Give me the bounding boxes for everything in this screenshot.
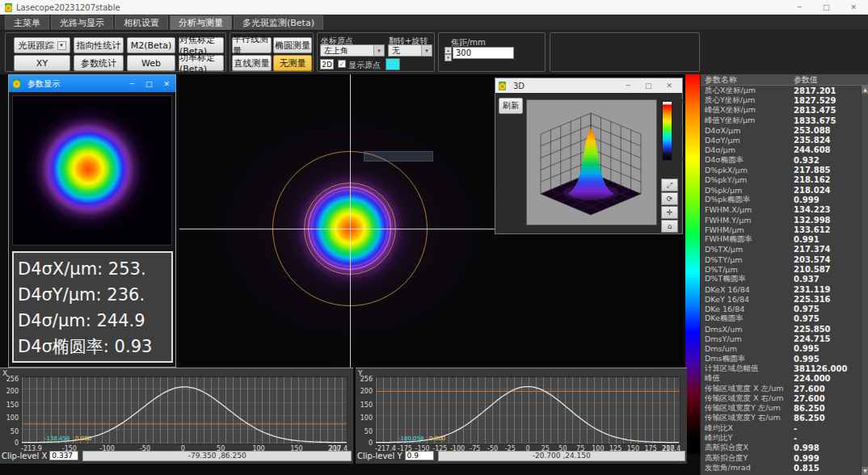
param-name: 质心X坐标/μm	[701, 86, 794, 96]
param-name: 峰值X坐标/μm	[701, 105, 794, 116]
y-tick-label: 100	[360, 414, 373, 422]
param-row[interactable]: 传输区域宽度Y 右/um86.250	[701, 414, 861, 423]
focal-length-input[interactable]	[453, 47, 514, 59]
origin-color-swatch[interactable]	[386, 58, 400, 70]
param-row[interactable]: D4σ椭圆率0.932	[701, 155, 861, 165]
param-row[interactable]: D%T/μm210.587	[701, 264, 861, 274]
param-row[interactable]: 质心Y坐标/μm1827.529	[701, 95, 861, 105]
minimize-button[interactable]: ─	[130, 80, 134, 88]
profile-plot-y[interactable]: -180.058 0.000	[375, 376, 680, 444]
chevron-down-icon[interactable]: ▾	[421, 45, 432, 56]
clip-level-y-label: Clip-level Y	[357, 452, 402, 460]
param-row[interactable]: FWHM.X/μm134.223	[701, 205, 861, 215]
param-window-titlebar[interactable]: 参数显示 ─ □ ✕	[9, 75, 175, 92]
cursor-status-x: -79.350 ,86.250	[82, 451, 352, 461]
param-row[interactable]: 峰值224.000	[701, 374, 861, 384]
param-row[interactable]: DKe 16/840.975	[701, 305, 861, 314]
param-stats-button[interactable]: 参数统计	[74, 55, 124, 71]
m2-beta-button[interactable]: M2(Beta)	[127, 37, 175, 53]
minimize-button[interactable]: ─	[626, 82, 630, 90]
param-row[interactable]: 传输区域宽度Y 左/um86.250	[701, 404, 861, 414]
param-row[interactable]: 计算区域总幅值381126.000	[701, 364, 861, 373]
param-row[interactable]: FWHM.Y/μm132.998	[701, 215, 861, 225]
tab-main-menu[interactable]: 主菜单	[5, 15, 49, 30]
table-scrollbar[interactable]: ▲ ▼	[861, 86, 868, 475]
profile-plot-x[interactable]: -138.456 0.000	[21, 376, 348, 444]
param-row[interactable]: 传输区域宽度 X 左/um27.600	[701, 384, 861, 393]
tab-camera-settings[interactable]: 相机设置	[115, 15, 168, 30]
pan-view-icon[interactable]: ✛	[661, 206, 678, 219]
web-button[interactable]: Web	[127, 55, 175, 71]
maximize-button[interactable]: □	[145, 80, 153, 88]
param-row[interactable]: D%TX/μm217.374	[701, 245, 861, 254]
param-row[interactable]: 峰值Y坐标/μm1833.675	[701, 116, 861, 125]
clip-level-y-input[interactable]	[405, 451, 434, 460]
param-row[interactable]: Dms椭圆率0.995	[701, 354, 861, 364]
param-row[interactable]: DmsY/um224.715	[701, 334, 861, 343]
param-value: 218.162	[794, 175, 861, 184]
parallel-line-measure-button[interactable]: 平行线测量	[232, 37, 272, 53]
maximize-button[interactable]: □	[823, 3, 830, 11]
tab-analysis-measure[interactable]: 分析与测量	[170, 15, 232, 30]
param-row[interactable]: FWHM/μm133.612	[701, 225, 861, 234]
param-row[interactable]: D4σY/μm235.824	[701, 135, 861, 145]
reset-view-icon[interactable]: ⌂	[661, 220, 678, 233]
pointing-stats-button[interactable]: 指向性统计	[74, 37, 124, 53]
show-origin-checkbox[interactable]: ✓	[338, 60, 346, 68]
param-row[interactable]: 高斯拟合度X0.998	[701, 443, 861, 453]
param-row[interactable]: D%pk/μm218.024	[701, 185, 861, 195]
scroll-down-icon[interactable]: ▼	[862, 467, 868, 475]
param-row[interactable]: D4σ/μm244.608	[701, 145, 861, 155]
surface-3d-plot[interactable]	[526, 99, 657, 225]
param-row[interactable]: DKeY 16/84225.316	[701, 294, 861, 304]
param-row[interactable]: D%pk椭圆率0.999	[701, 195, 861, 204]
line-measure-button[interactable]: 直线测量	[232, 55, 272, 71]
param-value: 2817.201	[794, 86, 861, 95]
close-button[interactable]: ✕	[163, 80, 170, 88]
param-row[interactable]: DKeX 16/84231.119	[701, 284, 861, 294]
param-row[interactable]: Dms/um0.995	[701, 344, 861, 354]
no-measure-button[interactable]: 无测量	[273, 55, 312, 71]
view-3d-titlebar[interactable]: 3D ─ □ ✕	[495, 78, 682, 93]
param-row[interactable]: D4σX/μm253.088	[701, 125, 861, 135]
chevron-down-icon[interactable]: ▾	[57, 41, 66, 50]
close-button[interactable]: ✕	[850, 3, 857, 11]
beam-tracking-label: 光斑跟踪	[19, 40, 54, 52]
minimize-button[interactable]: ─	[798, 3, 802, 11]
param-row[interactable]: 峰均比Y-	[701, 433, 861, 443]
scroll-up-icon[interactable]: ▲	[862, 86, 868, 94]
rotate-view-icon[interactable]: ⟳	[661, 192, 678, 205]
param-row[interactable]: DmsX/um225.850	[701, 324, 861, 334]
refresh-button[interactable]: 刷新	[499, 98, 523, 114]
param-row[interactable]: 传输区域宽度 X 右/um27.600	[701, 393, 861, 403]
chevron-down-icon[interactable]: ▾	[373, 45, 384, 56]
tab-optics-display[interactable]: 光路与显示	[51, 15, 113, 30]
tab-multispot-monitor[interactable]: 多光斑监测(Beta)	[234, 15, 323, 30]
flip-rotate-select[interactable]: 无 ▾	[388, 44, 432, 57]
y-tick-label: 200	[6, 388, 19, 395]
param-row[interactable]: FWHM椭圆率0.991	[701, 234, 861, 244]
clip-level-x-input[interactable]	[49, 451, 78, 460]
param-row[interactable]: D%pkX/μm217.885	[701, 165, 861, 174]
close-button[interactable]: ✕	[666, 82, 672, 90]
mode-2d-button[interactable]: 2D	[320, 59, 334, 69]
beam-tracking-button[interactable]: 光斑跟踪 ▾	[14, 37, 70, 53]
param-row[interactable]: D%pkY/μm218.162	[701, 175, 861, 185]
param-row[interactable]: DKe椭圆率0.975	[701, 314, 861, 324]
focus-calib-button[interactable]: 对焦标定(Beta)	[179, 37, 224, 53]
maximize-button[interactable]: □	[645, 82, 652, 90]
param-row[interactable]: 高斯拟合度Y0.999	[701, 453, 861, 463]
param-row[interactable]: 峰值X坐标/μm2813.475	[701, 106, 861, 116]
power-calib-button[interactable]: 功率标定(Beta)	[179, 55, 224, 71]
param-row[interactable]: D%T椭圆率0.937	[701, 275, 861, 284]
origin-select[interactable]: 左上角 ▾	[320, 44, 385, 57]
param-row[interactable]: 发散角/mrad0.815	[701, 463, 861, 473]
focal-length-stepper[interactable]: ▴▾	[445, 47, 452, 60]
ellipse-measure-button[interactable]: 椭圆测量	[273, 37, 312, 53]
param-name: D%pk椭圆率	[701, 195, 794, 205]
zoom-view-icon[interactable]: ⤢	[661, 179, 678, 191]
param-row[interactable]: 峰均比X-	[701, 423, 861, 433]
param-row[interactable]: D%TY/μm203.574	[701, 254, 861, 264]
param-row[interactable]: 质心X坐标/μm2817.201	[701, 86, 861, 95]
xy-button[interactable]: XY	[14, 55, 70, 71]
